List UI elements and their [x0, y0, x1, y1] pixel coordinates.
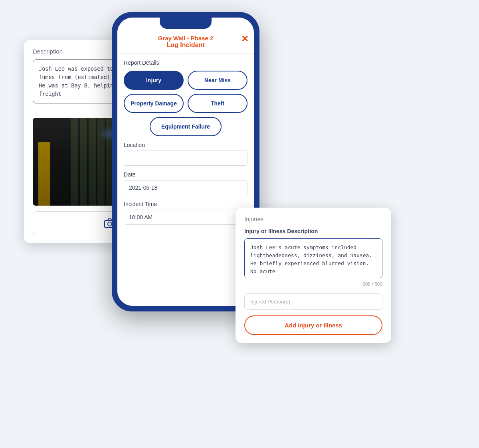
injury-char-count: 208 / 500 [244, 281, 382, 287]
injury-description-label: Injury or Illness Description [244, 228, 382, 234]
phone-content: Gray Wall - Phase 2 Log Incident ✕ Repor… [117, 18, 254, 306]
incident-btn-equipment-failure[interactable]: Equipment Failure [150, 117, 222, 136]
phone-notch [160, 18, 212, 29]
phone-subtitle: Log Incident [133, 42, 238, 49]
incident-btn-injury[interactable]: Injury [124, 71, 184, 90]
incident-btn-property-damage[interactable]: Property Damage [124, 94, 184, 113]
phone-header: Gray Wall - Phase 2 Log Incident ✕ [117, 32, 254, 54]
location-input[interactable] [124, 151, 247, 166]
injuries-section-label: Injuries [244, 216, 382, 222]
location-section: Location [124, 142, 247, 166]
time-input[interactable] [124, 210, 247, 225]
incident-btn-near-miss[interactable]: Near Miss [188, 71, 247, 90]
date-label: Date [124, 171, 247, 178]
location-label: Location [124, 142, 247, 148]
time-section: Incident Time [124, 201, 247, 225]
svg-point-1 [108, 222, 112, 226]
injury-description-textarea[interactable] [244, 238, 382, 278]
date-input[interactable] [124, 180, 247, 195]
close-button[interactable]: ✕ [241, 35, 248, 44]
phone-screen: Gray Wall - Phase 2 Log Incident ✕ Repor… [117, 18, 254, 306]
time-label: Incident Time [124, 201, 247, 207]
incident-type-grid: Injury Near Miss Property Damage Theft E… [124, 71, 247, 136]
injuries-card: Injuries Injury or Illness Description 2… [236, 208, 391, 343]
injured-persons-label: Injured Person(s) [250, 299, 376, 305]
add-injury-button[interactable]: Add Injury or Illness [244, 315, 382, 335]
date-section: Date [124, 171, 247, 195]
report-details-label: Report Details [124, 59, 247, 66]
phone-body: Report Details Injury Near Miss Property… [117, 54, 254, 230]
incident-btn-theft[interactable]: Theft [188, 94, 247, 113]
injured-persons-box: Injured Person(s) [244, 293, 382, 310]
phone-title: Gray Wall - Phase 2 [133, 35, 238, 42]
